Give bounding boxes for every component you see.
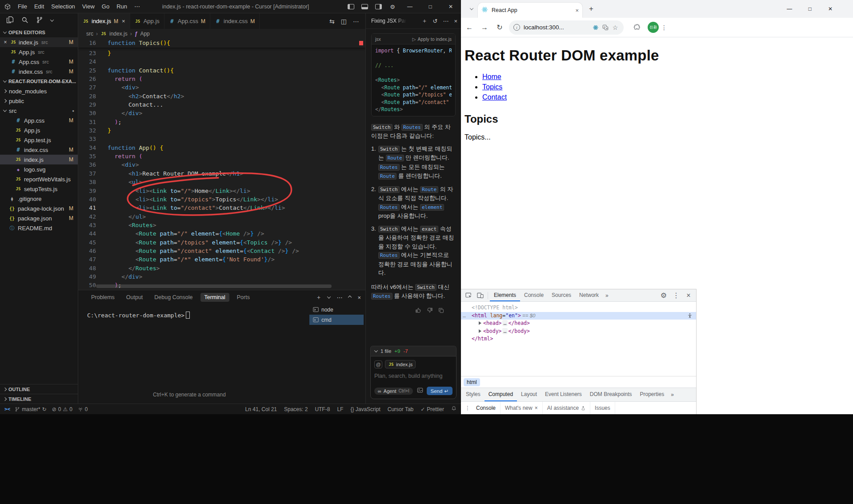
sidebar-tab-properties[interactable]: Properties — [636, 388, 669, 401]
activity-more-chevron-icon[interactable] — [50, 18, 54, 21]
open-editor-App.css[interactable]: #App.csssrcM — [0, 57, 78, 67]
status-spaces-2[interactable]: Spaces: 2 — [284, 406, 308, 412]
git-branch-indicator[interactable]: master* ↻ — [15, 406, 46, 412]
status-prettier[interactable]: ✓Prettier — [420, 406, 444, 412]
expand-arrow-icon[interactable] — [479, 321, 481, 325]
code-line-25[interactable]: 25function Contact(){ — [78, 66, 359, 75]
close-icon[interactable]: × — [122, 18, 125, 24]
devtools-tab-sources[interactable]: Sources — [548, 289, 575, 301]
tab-App.css[interactable]: #App.cssM — [164, 13, 210, 29]
attach-image-icon[interactable] — [417, 387, 423, 395]
copy-icon[interactable] — [438, 307, 444, 315]
menu-file[interactable]: File — [14, 3, 31, 10]
drawer-tab-what-s-new[interactable]: What's new× — [501, 402, 543, 414]
tree-item-App.js[interactable]: JSApp.js — [0, 125, 78, 135]
chat-tab-title[interactable]: Fixing JSX Par — [371, 18, 406, 24]
devtools-more-tabs-icon[interactable]: » — [603, 292, 611, 299]
add-context-button[interactable]: @ — [374, 360, 382, 368]
code-line-47[interactable]: 47 <Route path="/*" element={'Not Found'… — [78, 255, 359, 264]
thumbs-up-icon[interactable] — [415, 307, 421, 315]
drawer-tab-ai-assistance[interactable]: AI assistance — [543, 402, 590, 414]
profile-avatar[interactable]: 진환 — [648, 22, 659, 33]
problems-indicator[interactable]: ⊘0 ⚠0 — [52, 406, 72, 412]
outline-section[interactable]: OUTLINE — [0, 384, 78, 394]
code-line-29[interactable]: 29 Contact... — [78, 100, 359, 109]
maximize-panel-icon[interactable] — [348, 296, 352, 299]
dom-node[interactable]: </html> — [461, 335, 696, 343]
tree-item-package.json[interactable]: {}package.jsonM — [0, 213, 78, 223]
browser-menu-kebab-icon[interactable]: ⋮ — [659, 24, 669, 31]
panel-tab-problems[interactable]: Problems — [87, 293, 119, 302]
sidebar-tab-layout[interactable]: Layout — [517, 388, 541, 401]
status-cursor-tab[interactable]: Cursor Tab — [388, 406, 413, 412]
tree-item-App.test.js[interactable]: JSApp.test.js — [0, 135, 78, 145]
new-terminal-icon[interactable]: ＋ — [316, 293, 321, 301]
bookmark-star-icon[interactable]: ☆ — [610, 24, 620, 31]
site-info-icon[interactable]: i — [513, 24, 520, 31]
tree-item-index.js[interactable]: JSindex.jsM — [0, 155, 78, 164]
tab-App.js[interactable]: JSApp.js — [130, 13, 164, 29]
code-line-30[interactable]: 30 </div> — [78, 109, 359, 117]
back-icon[interactable]: ← — [463, 21, 476, 34]
dom-node[interactable]: <head>…</head> — [461, 320, 696, 328]
tree-item-node_modules[interactable]: node_modules — [0, 86, 78, 96]
maximize-button[interactable]: □ — [420, 0, 441, 13]
status-utf-8[interactable]: UTF-8 — [315, 406, 330, 412]
menu-edit[interactable]: Edit — [31, 3, 48, 10]
code-line-49[interactable]: 49 </div> — [78, 272, 359, 281]
tab-search-chevron-icon[interactable] — [465, 3, 478, 15]
devtools-tab-elements[interactable]: Elements — [490, 289, 520, 301]
code-line-27[interactable]: 27 <div> — [78, 83, 359, 92]
menu-selection[interactable]: Selection — [48, 3, 78, 10]
tree-item-README.md[interactable]: ⓘREADME.md — [0, 223, 78, 233]
drawer-tab-issues[interactable]: Issues — [590, 402, 615, 414]
terminal-session-node[interactable]: node — [309, 304, 364, 315]
open-editor-index.js[interactable]: ×JSindex.jssrcM — [0, 37, 78, 47]
devtools-settings-gear-icon[interactable]: ⚙ — [658, 290, 669, 301]
code-line-43[interactable]: 43 <Routes> — [78, 221, 359, 229]
forward-icon[interactable]: → — [478, 21, 491, 34]
code-line-39[interactable]: 39 <li><Link to="/">Home</Link></li> — [78, 187, 359, 195]
tab-index.js[interactable]: JSindex.jsM× — [78, 13, 130, 29]
code-line-35[interactable]: 35 return ( — [78, 152, 359, 160]
code-line-45[interactable]: 45 <Route path="/topics" element={<Topic… — [78, 238, 359, 247]
code-line-37[interactable]: 37 <h1>React Router DOM example</h1> — [78, 169, 359, 178]
drawer-tab-console[interactable]: Console — [472, 402, 501, 414]
close-icon[interactable]: × — [3, 39, 8, 45]
tree-item-src[interactable]: src● — [0, 106, 78, 116]
sidebar-tab-dom-breakpoints[interactable]: DOM Breakpoints — [586, 388, 636, 401]
browser-minimize-button[interactable]: — — [779, 0, 800, 17]
devtools-tab-console[interactable]: Console — [520, 289, 548, 301]
code-line-32[interactable]: 32} — [78, 126, 359, 135]
code-line-23[interactable]: 23} — [78, 49, 359, 57]
open-editor-index.css[interactable]: #index.csssrcM — [0, 67, 78, 76]
tab-index.css[interactable]: #index.cssM — [210, 13, 260, 29]
sidebar-tab-styles[interactable]: Styles — [462, 388, 485, 401]
chat-more-icon[interactable]: ⋯ — [443, 18, 449, 24]
breadcrumb-html[interactable]: html — [464, 378, 480, 386]
remote-icon[interactable]: >< — [4, 406, 10, 412]
agent-mode-selector[interactable]: ∞ Agent Ctrl+I — [374, 388, 413, 395]
chat-close-icon[interactable]: × — [454, 18, 457, 24]
project-header[interactable]: REACT-ROUTER-DOM-EXA... — [0, 76, 78, 86]
extensions-puzzle-icon[interactable] — [630, 21, 643, 34]
devtools-tab-network[interactable]: Network — [575, 289, 603, 301]
code-line-48[interactable]: 48 </Routes> — [78, 264, 359, 272]
tree-item-public[interactable]: public — [0, 96, 78, 106]
code-line-46[interactable]: 46 <Route path="/contact" element={<Cont… — [78, 247, 359, 255]
code-line-24[interactable]: 24 — [78, 57, 359, 66]
chat-history-icon[interactable]: ↺ — [433, 18, 438, 24]
link-home[interactable]: Home — [482, 73, 501, 80]
timeline-section[interactable]: TIMELINE — [0, 394, 78, 404]
source-control-icon[interactable] — [36, 16, 43, 25]
code-line-34[interactable]: 34function App() { — [78, 144, 359, 152]
link-contact[interactable]: Contact — [482, 93, 507, 101]
send-button[interactable]: Send ↵ — [427, 387, 453, 395]
horizontal-scrollbar[interactable] — [96, 284, 332, 288]
ports-indicator[interactable]: 0 — [78, 406, 88, 412]
apply-button[interactable]: ▷ Apply to index.js — [412, 36, 452, 42]
code-line-41[interactable]: 41 <li><Link to="/contact">Contact</Link… — [78, 204, 359, 212]
more-actions-icon[interactable]: ⋯ — [353, 18, 359, 25]
status--javascript[interactable]: {} JavaScript — [350, 406, 380, 412]
minimize-button[interactable]: — — [400, 0, 420, 13]
